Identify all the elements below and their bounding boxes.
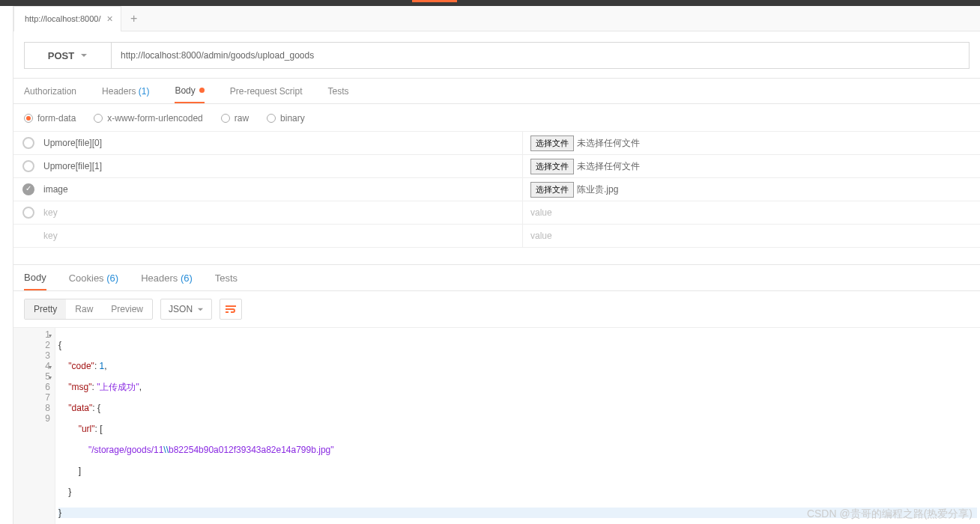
key-cell[interactable]: key (43, 201, 523, 224)
row-checkbox[interactable] (22, 137, 34, 149)
key-cell[interactable]: key (43, 225, 523, 247)
request-tabbar: http://localhost:8000/ × + (13, 6, 980, 31)
response-tabs: Body Cookies (6) Headers (6) Tests (13, 264, 980, 291)
tab-headers[interactable]: Headers (1) (102, 79, 149, 103)
key-cell[interactable]: Upmore[file][1] (43, 155, 523, 177)
wrap-lines-button[interactable] (220, 299, 242, 320)
chevron-down-icon (197, 306, 204, 313)
resp-tab-body[interactable]: Body (24, 265, 46, 290)
resp-tab-cookies[interactable]: Cookies (6) (69, 265, 118, 290)
value-cell[interactable]: 选择文件 陈业贵.jpg (523, 178, 980, 201)
row-checkbox[interactable] (22, 183, 34, 195)
table-row: key value (13, 225, 980, 248)
file-name: 未选择任何文件 (577, 160, 640, 173)
resp-tab-tests[interactable]: Tests (215, 265, 238, 290)
key-cell[interactable]: Upmore[file][0] (43, 132, 523, 154)
accent-indicator (412, 0, 457, 2)
radio-binary[interactable]: binary (267, 113, 305, 124)
value-cell[interactable]: value (523, 225, 980, 247)
format-dropdown[interactable]: JSON (160, 299, 212, 320)
new-tab-button[interactable]: + (121, 6, 147, 31)
key-cell[interactable]: image (43, 178, 523, 201)
unsaved-dot-icon (199, 88, 205, 93)
wrap-icon (225, 304, 237, 314)
watermark: CSDN @贵哥的编程之路(热爱分享) (807, 508, 973, 521)
row-checkbox[interactable] (22, 207, 34, 219)
view-preview[interactable]: Preview (102, 299, 152, 319)
row-checkbox[interactable] (22, 160, 34, 172)
tab-title: http://localhost:8000/ (25, 14, 101, 23)
view-raw[interactable]: Raw (66, 299, 102, 319)
url-input[interactable] (111, 42, 970, 69)
response-view-options: Pretty Raw Preview JSON (13, 291, 980, 327)
close-icon[interactable]: × (107, 13, 113, 25)
url-row: POST (13, 31, 980, 79)
body-type-row: form-data x-www-form-urlencoded raw bina… (13, 104, 980, 131)
radio-urlencoded[interactable]: x-www-form-urlencoded (94, 113, 202, 124)
line-gutter: 1▾ 2 3 4▾ 5▾ 6 7 8 9 (13, 328, 55, 524)
choose-file-button[interactable]: 选择文件 (530, 159, 574, 174)
radio-raw[interactable]: raw (221, 113, 249, 124)
window-titlebar (0, 0, 980, 6)
choose-file-button[interactable]: 选择文件 (530, 135, 574, 151)
form-data-table: Upmore[file][0] 选择文件 未选择任何文件 Upmore[file… (13, 131, 980, 248)
choose-file-button[interactable]: 选择文件 (530, 182, 574, 198)
resp-tab-headers[interactable]: Headers (6) (141, 265, 193, 290)
method-dropdown[interactable]: POST (24, 42, 111, 69)
value-cell[interactable]: 选择文件 未选择任何文件 (523, 155, 980, 177)
method-label: POST (48, 50, 74, 61)
left-rail (0, 6, 13, 524)
radio-form-data[interactable]: form-data (24, 113, 76, 124)
file-name: 未选择任何文件 (577, 137, 640, 150)
request-subtabs: Authorization Headers (1) Body Pre-reque… (13, 79, 980, 104)
tab-body[interactable]: Body (175, 79, 204, 103)
table-row: image 选择文件 陈业贵.jpg (13, 178, 980, 201)
code-content[interactable]: { "code": 1, "msg": "上传成功", "data": { "u… (55, 328, 980, 524)
request-tab[interactable]: http://localhost:8000/ × (13, 6, 121, 31)
chevron-down-icon (80, 52, 88, 59)
file-name: 陈业贵.jpg (577, 183, 618, 196)
tab-authorization[interactable]: Authorization (24, 79, 76, 103)
table-row: key value (13, 201, 980, 225)
table-row: Upmore[file][1] 选择文件 未选择任何文件 (13, 155, 980, 178)
tab-tests[interactable]: Tests (327, 79, 348, 103)
tab-prerequest[interactable]: Pre-request Script (230, 79, 303, 103)
value-cell[interactable]: value (523, 201, 980, 224)
value-cell[interactable]: 选择文件 未选择任何文件 (523, 132, 980, 154)
table-row: Upmore[file][0] 选择文件 未选择任何文件 (13, 132, 980, 155)
view-mode-group: Pretty Raw Preview (24, 299, 153, 320)
response-body: 1▾ 2 3 4▾ 5▾ 6 7 8 9 { "code": 1, "msg":… (13, 327, 980, 524)
view-pretty[interactable]: Pretty (25, 299, 66, 319)
